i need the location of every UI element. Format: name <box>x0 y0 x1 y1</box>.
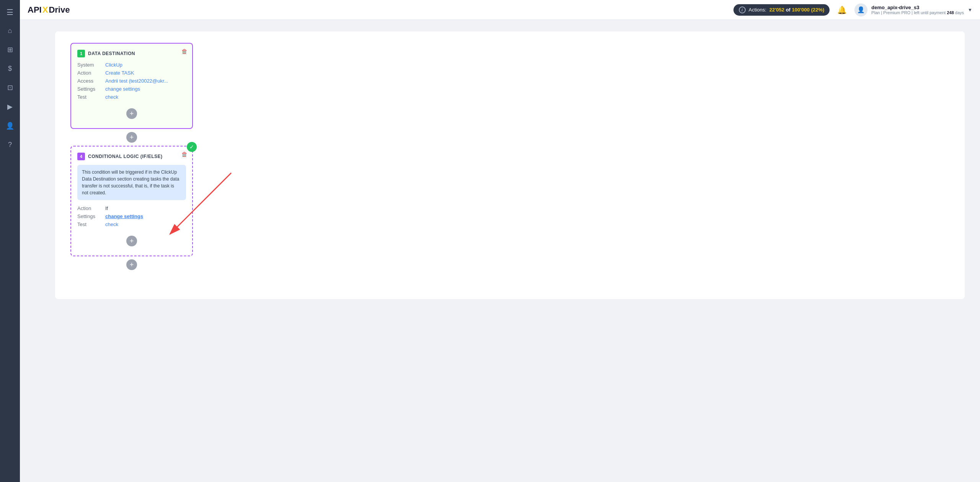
actions-total: 100'000 <box>792 7 810 13</box>
user-name: demo_apix-drive_s3 <box>871 5 964 10</box>
settings-label-conditional: Settings <box>77 213 102 219</box>
sidebar-box-icon[interactable]: ⊡ <box>0 80 20 96</box>
bell-icon[interactable]: 🔔 <box>837 5 847 15</box>
cards-column: 1 DATA DESTINATION 🗑 System ClickUp Acti… <box>67 43 197 273</box>
settings-link-conditional[interactable]: change settings <box>105 213 143 219</box>
logo-drive: Drive <box>49 5 70 15</box>
sidebar-help-icon[interactable]: ? <box>0 137 20 153</box>
check-icon: ✓ <box>187 142 197 152</box>
user-section[interactable]: 👤 demo_apix-drive_s3 Plan | Premium PRO … <box>854 3 972 16</box>
canvas-area: 1 DATA DESTINATION 🗑 System ClickUp Acti… <box>55 31 965 299</box>
actions-label: Actions: <box>749 7 766 13</box>
topbar: APIXDrive i Actions: 22'052 of 100'000 (… <box>20 0 980 20</box>
settings-label: Settings <box>77 86 102 92</box>
main-content: 1 DATA DESTINATION 🗑 System ClickUp Acti… <box>40 20 980 482</box>
action-value[interactable]: Create TASK <box>105 70 134 76</box>
user-days: 248 <box>947 10 954 15</box>
action-value-conditional: If <box>105 205 108 211</box>
action-label: Action <box>77 70 102 76</box>
card-title: DATA DESTINATION <box>88 51 135 56</box>
data-destination-card: 1 DATA DESTINATION 🗑 System ClickUp Acti… <box>70 43 193 129</box>
actions-count: 22'052 of 100'000 (22%) <box>769 7 825 13</box>
card-header: 1 DATA DESTINATION <box>77 50 186 57</box>
info-icon: i <box>739 7 746 13</box>
settings-row: Settings change settings <box>77 86 186 92</box>
system-value[interactable]: ClickUp <box>105 62 122 68</box>
actions-of: of <box>786 7 791 13</box>
logo: APIXDrive <box>28 5 70 15</box>
settings-link[interactable]: change settings <box>105 86 140 92</box>
avatar: 👤 <box>854 3 867 16</box>
menu-icon[interactable]: ☰ <box>0 5 20 20</box>
actions-percent: (22%) <box>811 7 825 13</box>
sidebar-home-icon[interactable]: ⌂ <box>0 23 20 39</box>
actions-used: 22'052 <box>769 7 784 13</box>
user-plan: Plan | Premium PRO | left until payment … <box>871 10 964 15</box>
logo-x: X <box>42 5 48 15</box>
user-info: demo_apix-drive_s3 Plan | Premium PRO | … <box>871 5 964 15</box>
system-label: System <box>77 62 102 68</box>
logo-api: API <box>28 5 42 15</box>
chevron-down-icon[interactable]: ▼ <box>968 7 972 13</box>
system-row: System ClickUp <box>77 62 186 68</box>
action-row: Action Create TASK <box>77 70 186 76</box>
bottom-connector[interactable]: + <box>126 259 137 270</box>
card-description: This condition will be triggered if in t… <box>77 165 186 200</box>
test-row-conditional: Test check <box>77 221 186 227</box>
sidebar-dollar-icon[interactable]: $ <box>0 61 20 77</box>
inner-plus-connector-conditional[interactable]: + <box>126 236 137 246</box>
test-label: Test <box>77 94 102 100</box>
test-link[interactable]: check <box>105 94 118 100</box>
settings-row-conditional: Settings change settings <box>77 213 186 219</box>
between-connector[interactable]: + <box>126 132 137 143</box>
test-label-conditional: Test <box>77 221 102 227</box>
delete-icon-conditional[interactable]: 🗑 <box>181 151 188 158</box>
test-row: Test check <box>77 94 186 100</box>
sidebar-grid-icon[interactable]: ⊞ <box>0 42 20 58</box>
access-label: Access <box>77 78 102 84</box>
conditional-logic-card: ✓ 4 CONDITIONAL LOGIC (IF/ELSE) 🗑 This c… <box>70 146 193 256</box>
topbar-right: i Actions: 22'052 of 100'000 (22%) 🔔 👤 d… <box>733 3 972 16</box>
sidebar: ☰ ⌂ ⊞ $ ⊡ ▶ 👤 ? <box>0 0 20 482</box>
action-label-conditional: Action <box>77 205 102 211</box>
actions-badge: i Actions: 22'052 of 100'000 (22%) <box>733 4 830 16</box>
card-number: 1 <box>77 50 85 57</box>
sidebar-play-icon[interactable]: ▶ <box>0 99 20 115</box>
sidebar-user-icon[interactable]: 👤 <box>0 118 20 134</box>
access-row: Access Andrii test (test20022@ukr... <box>77 78 186 84</box>
card-title-conditional: CONDITIONAL LOGIC (IF/ELSE) <box>88 154 163 159</box>
card-number-conditional: 4 <box>77 153 85 160</box>
test-link-conditional[interactable]: check <box>105 221 118 227</box>
delete-icon[interactable]: 🗑 <box>181 48 188 55</box>
inner-plus-connector[interactable]: + <box>126 108 137 119</box>
access-value[interactable]: Andrii test (test20022@ukr... <box>105 78 168 84</box>
action-row-conditional: Action If <box>77 205 186 211</box>
card-header-conditional: 4 CONDITIONAL LOGIC (IF/ELSE) <box>77 153 186 160</box>
